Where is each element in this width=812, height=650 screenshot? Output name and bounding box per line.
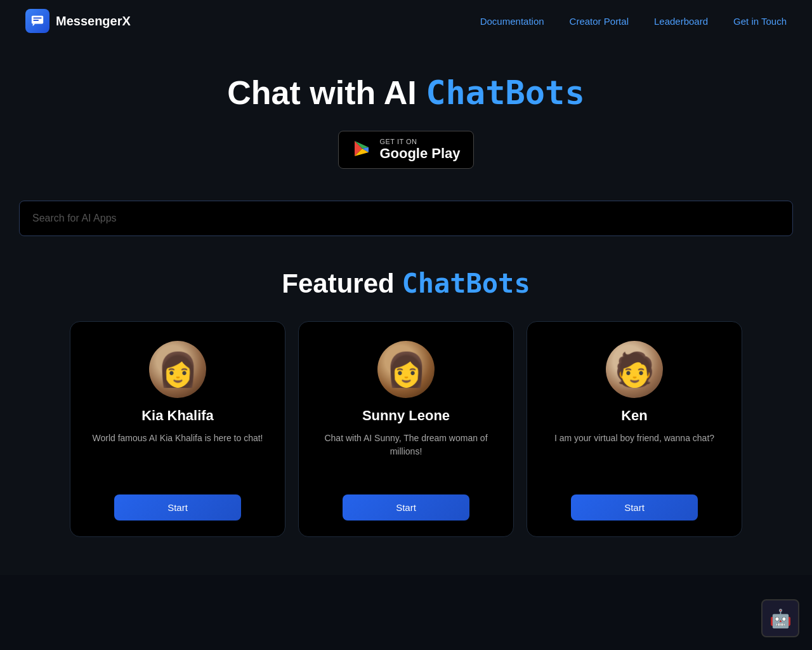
google-play-large-text: Google Play — [379, 145, 460, 162]
cards-grid: Kia Khalifa World famous AI Kia Khalifa … — [19, 321, 793, 537]
bot-chat-icon[interactable]: 🤖 — [761, 599, 799, 637]
start-button-sunny[interactable]: Start — [343, 494, 469, 521]
nav-documentation[interactable]: Documentation — [480, 16, 544, 27]
chat-icon — [30, 14, 44, 28]
logo-text: MessengerX — [56, 14, 131, 29]
hero-title-plain: Chat with AI — [227, 74, 426, 111]
card-kia-khalifa: Kia Khalifa World famous AI Kia Khalifa … — [70, 321, 285, 537]
featured-title: Featured ChatBots — [19, 268, 793, 299]
avatar-kia-khalifa — [149, 341, 206, 398]
featured-title-plain: Featured — [282, 269, 402, 298]
avatar-sunny-leone — [377, 341, 435, 398]
card-description-ken: I am your virtual boy friend, wanna chat… — [554, 432, 714, 477]
card-description-kia: World famous AI Kia Khalifa is here to c… — [93, 432, 263, 477]
nav-leaderboard[interactable]: Leaderboard — [654, 16, 708, 27]
google-play-text: GET IT ON Google Play — [379, 138, 460, 162]
search-input[interactable] — [19, 201, 793, 236]
bot-emoji: 🤖 — [769, 608, 792, 629]
card-sunny-leone: Sunny Leone Chat with AI Sunny, The drea… — [298, 321, 514, 537]
start-button-kia[interactable]: Start — [114, 494, 241, 521]
nav-get-in-touch[interactable]: Get in Touch — [733, 16, 787, 27]
hero-title-highlight: ChatBots — [426, 74, 584, 112]
card-name-sunny: Sunny Leone — [362, 408, 450, 424]
card-ken: Ken I am your virtual boy friend, wanna … — [527, 321, 742, 537]
avatar-ken — [606, 341, 663, 398]
nav-links: Documentation Creator Portal Leaderboard… — [480, 16, 787, 27]
svg-marker-3 — [33, 24, 36, 27]
search-section — [0, 188, 812, 249]
card-name-ken: Ken — [621, 408, 648, 424]
hero-title: Chat with AI ChatBots — [13, 74, 799, 112]
featured-title-highlight: ChatBots — [402, 268, 530, 299]
start-button-ken[interactable]: Start — [571, 494, 698, 521]
navbar: MessengerX Documentation Creator Portal … — [0, 0, 812, 42]
card-name-kia: Kia Khalifa — [141, 408, 214, 424]
google-play-button[interactable]: GET IT ON Google Play — [338, 131, 473, 169]
footer — [0, 575, 812, 650]
google-play-icon — [351, 140, 372, 160]
card-description-sunny: Chat with AI Sunny, The dream woman of m… — [318, 432, 494, 477]
logo[interactable]: MessengerX — [25, 9, 131, 33]
nav-creator-portal[interactable]: Creator Portal — [570, 16, 629, 27]
google-play-small-text: GET IT ON — [379, 138, 460, 145]
hero-section: Chat with AI ChatBots GET IT ON Google P… — [0, 42, 812, 188]
logo-icon — [25, 9, 49, 33]
featured-section: Featured ChatBots Kia Khalifa World famo… — [0, 249, 812, 562]
svg-rect-0 — [32, 16, 43, 24]
